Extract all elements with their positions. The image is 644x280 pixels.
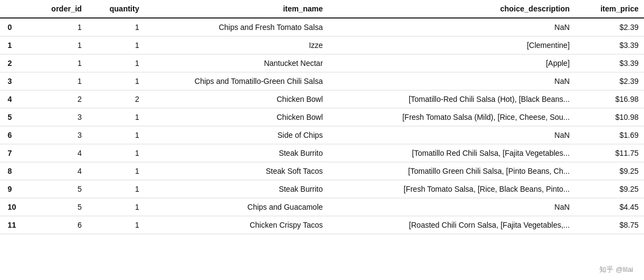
cell-quantity: 1: [87, 198, 144, 216]
cell-item-name: Chicken Crispy Tacos: [144, 216, 328, 234]
col-header-item-price: item_price: [575, 0, 644, 18]
cell-item-price: $11.75: [575, 144, 644, 162]
table-row: 631Side of ChipsNaN$1.69: [0, 126, 644, 144]
cell-item-name: Chips and Tomatillo-Green Chili Salsa: [144, 72, 328, 90]
cell-choice-description: [Tomatillo-Red Chili Salsa (Hot), [Black…: [329, 90, 575, 108]
table-row: 111Izze[Clementine]$3.39: [0, 36, 644, 54]
cell-choice-description: [Roasted Chili Corn Salsa, [Fajita Veget…: [329, 216, 575, 234]
cell-choice-description: [Tomatillo Green Chili Salsa, [Pinto Bea…: [329, 162, 575, 180]
cell-item-price: $8.75: [575, 216, 644, 234]
cell-choice-description: NaN: [329, 18, 575, 36]
cell-index: 1: [0, 36, 30, 54]
cell-quantity: 1: [87, 216, 144, 234]
table-header-row: order_id quantity item_name choice_descr…: [0, 0, 644, 18]
cell-choice-description: [Tomatillo Red Chili Salsa, [Fajita Vege…: [329, 144, 575, 162]
cell-item-price: $16.98: [575, 90, 644, 108]
cell-quantity: 1: [87, 108, 144, 126]
cell-index: 7: [0, 144, 30, 162]
cell-item-price: $3.39: [575, 54, 644, 72]
cell-item-name: Steak Burrito: [144, 180, 328, 198]
cell-choice-description: [Apple]: [329, 54, 575, 72]
cell-order-id: 5: [30, 198, 87, 216]
cell-item-price: $9.25: [575, 162, 644, 180]
col-header-item-name: item_name: [144, 0, 328, 18]
cell-quantity: 1: [87, 180, 144, 198]
cell-choice-description: NaN: [329, 72, 575, 90]
cell-item-price: $2.39: [575, 72, 644, 90]
cell-order-id: 4: [30, 162, 87, 180]
cell-order-id: 1: [30, 36, 87, 54]
cell-order-id: 6: [30, 216, 87, 234]
cell-index: 5: [0, 108, 30, 126]
col-header-choice-description: choice_description: [329, 0, 575, 18]
cell-item-name: Chicken Bowl: [144, 90, 328, 108]
cell-index: 11: [0, 216, 30, 234]
cell-index: 2: [0, 54, 30, 72]
table-row: 951Steak Burrito[Fresh Tomato Salsa, [Ri…: [0, 180, 644, 198]
table-row: 531Chicken Bowl[Fresh Tomato Salsa (Mild…: [0, 108, 644, 126]
cell-item-name: Steak Soft Tacos: [144, 162, 328, 180]
table-row: 422Chicken Bowl[Tomatillo-Red Chili Sals…: [0, 90, 644, 108]
table-row: 1051Chips and GuacamoleNaN$4.45: [0, 198, 644, 216]
cell-order-id: 4: [30, 144, 87, 162]
cell-order-id: 1: [30, 18, 87, 36]
cell-quantity: 1: [87, 36, 144, 54]
cell-quantity: 1: [87, 72, 144, 90]
cell-item-price: $4.45: [575, 198, 644, 216]
cell-item-name: Izze: [144, 36, 328, 54]
cell-choice-description: [Fresh Tomato Salsa (Mild), [Rice, Chees…: [329, 108, 575, 126]
cell-order-id: 1: [30, 72, 87, 90]
cell-index: 0: [0, 18, 30, 36]
col-header-order-id: order_id: [30, 0, 87, 18]
table-row: 011Chips and Fresh Tomato SalsaNaN$2.39: [0, 18, 644, 36]
table-row: 841Steak Soft Tacos[Tomatillo Green Chil…: [0, 162, 644, 180]
cell-choice-description: NaN: [329, 126, 575, 144]
cell-index: 8: [0, 162, 30, 180]
data-table-container: order_id quantity item_name choice_descr…: [0, 0, 644, 234]
cell-quantity: 1: [87, 144, 144, 162]
cell-item-name: Chips and Fresh Tomato Salsa: [144, 18, 328, 36]
cell-index: 4: [0, 90, 30, 108]
watermark: 知乎 @lilai: [599, 265, 633, 275]
data-table: order_id quantity item_name choice_descr…: [0, 0, 644, 234]
cell-quantity: 2: [87, 90, 144, 108]
cell-item-price: $3.39: [575, 36, 644, 54]
cell-quantity: 1: [87, 126, 144, 144]
table-row: 741Steak Burrito[Tomatillo Red Chili Sal…: [0, 144, 644, 162]
cell-item-price: $9.25: [575, 180, 644, 198]
col-header-index: [0, 0, 30, 18]
cell-index: 6: [0, 126, 30, 144]
cell-order-id: 2: [30, 90, 87, 108]
table-row: 1161Chicken Crispy Tacos[Roasted Chili C…: [0, 216, 644, 234]
cell-order-id: 1: [30, 54, 87, 72]
cell-quantity: 1: [87, 18, 144, 36]
table-row: 311Chips and Tomatillo-Green Chili Salsa…: [0, 72, 644, 90]
table-row: 211Nantucket Nectar[Apple]$3.39: [0, 54, 644, 72]
cell-item-name: Chicken Bowl: [144, 108, 328, 126]
cell-item-name: Chips and Guacamole: [144, 198, 328, 216]
cell-choice-description: [Clementine]: [329, 36, 575, 54]
cell-choice-description: NaN: [329, 198, 575, 216]
cell-quantity: 1: [87, 54, 144, 72]
col-header-quantity: quantity: [87, 0, 144, 18]
cell-item-name: Side of Chips: [144, 126, 328, 144]
cell-item-price: $1.69: [575, 126, 644, 144]
cell-item-price: $2.39: [575, 18, 644, 36]
cell-index: 9: [0, 180, 30, 198]
cell-quantity: 1: [87, 162, 144, 180]
cell-item-price: $10.98: [575, 108, 644, 126]
cell-item-name: Nantucket Nectar: [144, 54, 328, 72]
cell-order-id: 3: [30, 126, 87, 144]
cell-item-name: Steak Burrito: [144, 144, 328, 162]
cell-choice-description: [Fresh Tomato Salsa, [Rice, Black Beans,…: [329, 180, 575, 198]
cell-index: 10: [0, 198, 30, 216]
cell-order-id: 3: [30, 108, 87, 126]
cell-index: 3: [0, 72, 30, 90]
cell-order-id: 5: [30, 180, 87, 198]
